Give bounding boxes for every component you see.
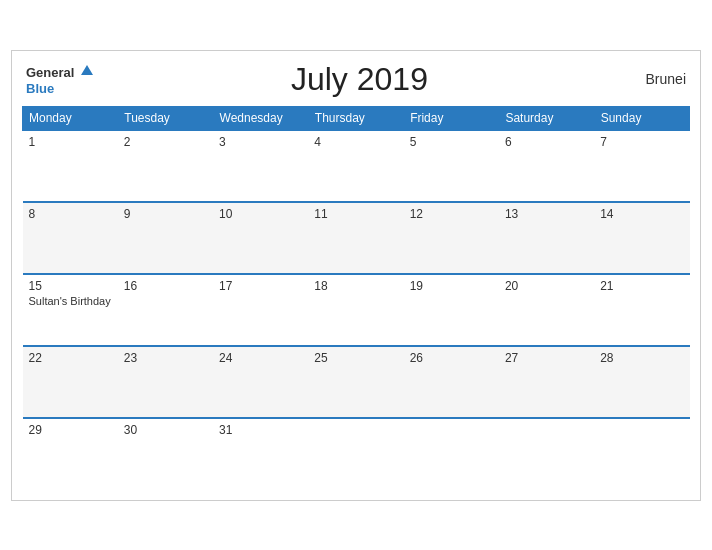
day-cell: 1	[23, 130, 118, 202]
week-row-3: 15Sultan's Birthday161718192021	[23, 274, 690, 346]
week-row-5: 293031	[23, 418, 690, 490]
day-header-monday: Monday	[23, 106, 118, 130]
day-number: 23	[124, 351, 207, 365]
calendar-header: General Blue July 2019 Brunei	[22, 61, 690, 98]
day-number: 5	[410, 135, 493, 149]
day-cell: 17	[213, 274, 308, 346]
day-number: 9	[124, 207, 207, 221]
day-cell: 7	[594, 130, 689, 202]
day-cell: 4	[308, 130, 403, 202]
day-number: 25	[314, 351, 397, 365]
day-header-thursday: Thursday	[308, 106, 403, 130]
day-number: 28	[600, 351, 683, 365]
day-number: 22	[29, 351, 112, 365]
day-number: 10	[219, 207, 302, 221]
day-header-sunday: Sunday	[594, 106, 689, 130]
logo-area: General Blue	[26, 63, 93, 96]
day-number: 24	[219, 351, 302, 365]
day-number: 16	[124, 279, 207, 293]
day-cell: 29	[23, 418, 118, 490]
day-cell: 5	[404, 130, 499, 202]
day-cell	[499, 418, 594, 490]
day-cell: 20	[499, 274, 594, 346]
day-number: 18	[314, 279, 397, 293]
day-cell: 18	[308, 274, 403, 346]
day-number: 11	[314, 207, 397, 221]
day-cell: 27	[499, 346, 594, 418]
day-number: 14	[600, 207, 683, 221]
calendar-title: July 2019	[93, 61, 626, 98]
day-cell: 11	[308, 202, 403, 274]
day-cell: 9	[118, 202, 213, 274]
day-cell: 23	[118, 346, 213, 418]
day-number: 15	[29, 279, 112, 293]
day-number: 13	[505, 207, 588, 221]
day-cell	[594, 418, 689, 490]
day-number: 4	[314, 135, 397, 149]
calendar-header-row: MondayTuesdayWednesdayThursdayFridaySatu…	[23, 106, 690, 130]
day-cell: 6	[499, 130, 594, 202]
day-cell: 21	[594, 274, 689, 346]
day-number: 1	[29, 135, 112, 149]
calendar-wrapper: General Blue July 2019 Brunei MondayTues…	[11, 50, 701, 501]
logo-blue-text: Blue	[26, 81, 54, 96]
day-number: 20	[505, 279, 588, 293]
day-number: 31	[219, 423, 302, 437]
day-header-saturday: Saturday	[499, 106, 594, 130]
day-cell: 2	[118, 130, 213, 202]
logo-general-text: General	[26, 65, 74, 80]
day-number: 7	[600, 135, 683, 149]
day-cell: 19	[404, 274, 499, 346]
day-number: 17	[219, 279, 302, 293]
country-label: Brunei	[626, 71, 686, 87]
day-number: 29	[29, 423, 112, 437]
day-cell: 15Sultan's Birthday	[23, 274, 118, 346]
day-number: 3	[219, 135, 302, 149]
day-cell: 12	[404, 202, 499, 274]
day-cell: 13	[499, 202, 594, 274]
day-cell: 10	[213, 202, 308, 274]
day-cell: 8	[23, 202, 118, 274]
day-header-tuesday: Tuesday	[118, 106, 213, 130]
day-cell: 16	[118, 274, 213, 346]
week-row-1: 1234567	[23, 130, 690, 202]
day-cell: 24	[213, 346, 308, 418]
day-cell: 26	[404, 346, 499, 418]
day-number: 2	[124, 135, 207, 149]
day-number: 8	[29, 207, 112, 221]
logo-general: General	[26, 63, 93, 81]
day-number: 12	[410, 207, 493, 221]
day-event: Sultan's Birthday	[29, 295, 112, 307]
day-cell: 14	[594, 202, 689, 274]
week-row-4: 22232425262728	[23, 346, 690, 418]
day-number: 6	[505, 135, 588, 149]
day-number: 27	[505, 351, 588, 365]
day-cell: 25	[308, 346, 403, 418]
day-number: 30	[124, 423, 207, 437]
day-cell	[308, 418, 403, 490]
day-number: 19	[410, 279, 493, 293]
day-number: 21	[600, 279, 683, 293]
day-cell: 3	[213, 130, 308, 202]
week-row-2: 891011121314	[23, 202, 690, 274]
day-cell: 22	[23, 346, 118, 418]
logo-triangle-icon	[81, 65, 93, 75]
calendar-grid: MondayTuesdayWednesdayThursdayFridaySatu…	[22, 106, 690, 490]
day-header-wednesday: Wednesday	[213, 106, 308, 130]
day-number: 26	[410, 351, 493, 365]
day-cell: 30	[118, 418, 213, 490]
day-cell: 31	[213, 418, 308, 490]
day-cell: 28	[594, 346, 689, 418]
day-cell	[404, 418, 499, 490]
day-header-friday: Friday	[404, 106, 499, 130]
